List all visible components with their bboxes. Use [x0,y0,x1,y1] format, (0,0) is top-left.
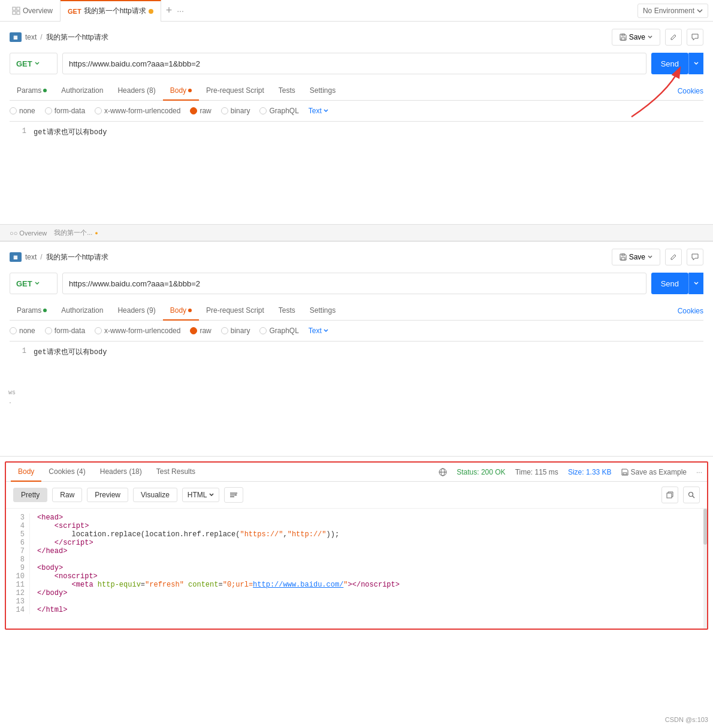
code-editor-2[interactable]: 1 get请求也可以有body ws . [10,341,703,449]
urlencoded-option[interactable]: x-www-form-urlencoded [95,107,180,115]
breadcrumb-folder-2: text [25,253,37,261]
save-button[interactable]: Save [612,29,660,46]
svg-rect-4 [621,38,625,40]
copy-response-button[interactable] [661,487,678,503]
wrap-button[interactable] [224,487,243,503]
form-data-radio[interactable] [45,107,52,114]
form-data-radio-2[interactable] [45,327,52,334]
none-option-2[interactable]: none [10,327,35,335]
tab-body[interactable]: Body [163,81,199,101]
form-data-option-2[interactable]: form-data [45,327,85,335]
text-format-selector-2[interactable]: Text [309,327,328,335]
url-bar-2: GET Send [10,273,703,294]
overview-label: Overview [23,7,53,15]
tab-request-name: 我的第一个http请求 [84,6,146,16]
send-button-2[interactable]: Send [651,273,688,294]
tab-authorization[interactable]: Authorization [54,81,110,101]
code-editor[interactable]: 1 get请求也可以有body [10,121,703,217]
request-tab[interactable]: GET 我的第一个http请求 [61,0,161,22]
svg-rect-7 [621,258,625,260]
more-tabs-button[interactable]: ··· [177,6,184,16]
raw-option[interactable]: raw [190,107,211,115]
scrollbar-thumb[interactable] [703,509,707,545]
tab-tests-2[interactable]: Tests [271,301,303,321]
urlencoded-radio[interactable] [95,107,102,114]
edit-button-2[interactable] [665,249,682,265]
comment-button-2[interactable] [687,249,703,265]
response-code-content: 3 <head> 4 <script> 5 location.replace(l… [6,509,707,629]
pretty-view-button[interactable]: Pretty [13,488,47,502]
url-input-2[interactable] [62,273,646,294]
form-data-option[interactable]: form-data [45,107,85,115]
urlencoded-option-2[interactable]: x-www-form-urlencoded [95,327,180,335]
env-label: No Environment [643,7,694,15]
tab-pre-request[interactable]: Pre-request Script [199,81,271,101]
resp-tab-cookies[interactable]: Cookies (4) [41,463,92,482]
globe-icon [439,468,447,476]
binary-option[interactable]: binary [221,107,250,115]
params-dot-2 [43,309,47,312]
scrollbar-track[interactable] [703,509,707,629]
tab-headers-2[interactable]: Headers (9) [110,301,162,321]
send-dropdown-button-2[interactable] [688,273,703,294]
search-response-button[interactable] [683,487,700,503]
tab-pre-request-2[interactable]: Pre-request Script [199,301,271,321]
save-button-2[interactable]: Save [612,249,660,265]
resp-tab-headers[interactable]: Headers (18) [93,463,149,482]
none-radio-2[interactable] [10,327,17,334]
cookies-link-2[interactable]: Cookies [678,302,703,320]
binary-radio-2[interactable] [221,327,228,334]
comment-button[interactable] [687,29,703,46]
url-input[interactable] [62,53,646,74]
raw-view-button[interactable]: Raw [52,488,82,502]
tab-tests[interactable]: Tests [271,81,303,101]
overview-tab[interactable]: Overview [5,0,61,22]
save-example-button[interactable]: Save as Example [621,468,687,476]
svg-rect-16 [667,493,672,498]
preview-view-button[interactable]: Preview [87,488,128,502]
binary-radio[interactable] [221,107,228,114]
response-more-menu[interactable]: ··· [696,468,702,476]
tab-headers[interactable]: Headers (8) [110,81,162,101]
graphql-radio[interactable] [259,107,267,114]
save-label-2: Save [629,253,645,261]
breadcrumb-folder: text [25,33,37,41]
none-option[interactable]: none [10,107,35,115]
resp-tab-test-results[interactable]: Test Results [149,463,203,482]
graphql-option-2[interactable]: GraphQL [259,327,298,335]
svg-line-18 [693,496,695,499]
breadcrumb-request-name: 我的第一个http请求 [46,32,108,43]
urlencoded-radio-2[interactable] [95,327,102,334]
raw-radio[interactable] [190,107,197,114]
response-status-bar: Status: 200 OK Time: 115 ms Size: 1.33 K… [439,468,702,476]
method-value: GET [16,59,32,68]
graphql-radio-2[interactable] [259,327,267,334]
method-selector[interactable]: GET [10,53,58,74]
text-format-selector[interactable]: Text [309,107,328,115]
tab-method: GET [68,8,81,15]
url-bar: GET Send [10,53,703,74]
raw-option-2[interactable]: raw [190,327,211,335]
tab-settings-2[interactable]: Settings [303,301,343,321]
edit-button[interactable] [665,29,682,46]
save-example-label: Save as Example [631,468,687,476]
tab-params[interactable]: Params [10,81,54,101]
binary-option-2[interactable]: binary [221,327,250,335]
code-row-6: 6 </script> [6,539,707,547]
tab-modified-badge [149,9,153,14]
raw-radio-2[interactable] [190,327,197,334]
format-selector[interactable]: HTML [182,488,219,502]
svg-rect-0 [13,7,16,10]
visualize-view-button[interactable]: Visualize [133,488,177,502]
tab-authorization-2[interactable]: Authorization [54,301,110,321]
environment-selector[interactable]: No Environment [638,4,708,18]
resp-tab-body[interactable]: Body [11,463,41,482]
method-selector-2[interactable]: GET [10,273,58,294]
tab-settings[interactable]: Settings [303,81,343,101]
none-radio[interactable] [10,107,17,114]
tab-body-2[interactable]: Body [163,301,199,321]
graphql-option[interactable]: GraphQL [259,107,298,115]
tab-params-2[interactable]: Params [10,301,54,321]
status-code: Status: 200 OK [457,468,505,476]
add-tab-button[interactable]: + [166,4,173,17]
